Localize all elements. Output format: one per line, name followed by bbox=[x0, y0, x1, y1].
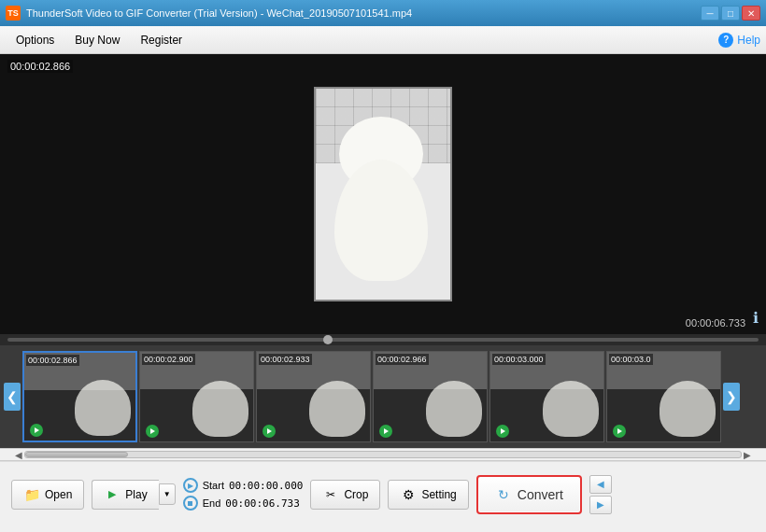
thumbnail-item-3[interactable]: 00:00:02.966 bbox=[373, 351, 488, 442]
thumbnail-strip: ❮ 00:00:02.866 00:00:02.900 00:00:02.933… bbox=[0, 345, 766, 448]
seekbar-area bbox=[0, 334, 766, 345]
folder-icon: 📁 bbox=[23, 486, 40, 503]
thumbnail-item-4[interactable]: 00:00:03.000 bbox=[489, 351, 604, 442]
convert-button[interactable]: ↻ Convert bbox=[476, 475, 582, 514]
thumb-dog-1 bbox=[192, 381, 248, 437]
close-button[interactable]: ✕ bbox=[742, 6, 760, 21]
menu-bar: Options Buy Now Register ? Help bbox=[0, 26, 766, 54]
menu-register[interactable]: Register bbox=[130, 30, 192, 50]
thumb-dog-2 bbox=[309, 381, 365, 437]
thumb-play-icon-3 bbox=[379, 425, 392, 438]
scroll-area: ◀ ▶ bbox=[0, 448, 766, 461]
video-preview: 00:00:02.866 00:00:06.733 ℹ bbox=[0, 54, 766, 334]
thumb-play-icon-2 bbox=[262, 425, 276, 438]
start-label: Start bbox=[203, 480, 224, 491]
crop-button[interactable]: ✂ Crop bbox=[310, 480, 380, 510]
video-content bbox=[0, 54, 766, 334]
play-label: Play bbox=[125, 488, 147, 501]
help-area: ? Help bbox=[718, 33, 760, 48]
thumbnail-item-0[interactable]: 00:00:02.866 bbox=[22, 351, 137, 442]
next-frame-button[interactable]: ▶ bbox=[589, 496, 612, 514]
prev-frame-button[interactable]: ◀ bbox=[589, 475, 612, 494]
thumb-time-0: 00:00:02.866 bbox=[26, 355, 79, 366]
start-time-row: ▶ Start 00:00:00.000 bbox=[183, 478, 304, 493]
start-icon: ▶ bbox=[183, 478, 198, 493]
setting-button[interactable]: ⚙ Setting bbox=[388, 480, 468, 510]
help-icon: ? bbox=[718, 33, 733, 48]
time-area: ▶ Start 00:00:00.000 ⏹ End 00:00:06.733 bbox=[183, 478, 304, 511]
open-button[interactable]: 📁 Open bbox=[11, 480, 84, 510]
menu-options[interactable]: Options bbox=[6, 30, 64, 50]
gear-icon: ⚙ bbox=[400, 486, 417, 503]
end-icon: ⏹ bbox=[183, 496, 198, 511]
convert-icon: ↻ bbox=[495, 486, 512, 503]
title-bar: TS ThunderSoft Video to GIF Converter (T… bbox=[0, 0, 766, 26]
thumbnail-item-5[interactable]: 00:00:03.0 bbox=[606, 351, 721, 442]
scroll-thumb[interactable] bbox=[25, 452, 128, 457]
thumb-time-1: 00:00:02.900 bbox=[142, 354, 195, 365]
thumbnail-item-2[interactable]: 00:00:02.933 bbox=[256, 351, 371, 442]
end-time-value: 00:00:06.733 bbox=[225, 497, 299, 510]
thumb-play-icon-5 bbox=[613, 425, 626, 438]
crop-icon: ✂ bbox=[322, 486, 339, 503]
thumb-dog-0 bbox=[75, 380, 131, 436]
crop-label: Crop bbox=[344, 488, 368, 501]
end-time-row: ⏹ End 00:00:06.733 bbox=[183, 496, 304, 511]
help-label[interactable]: Help bbox=[737, 34, 760, 47]
open-label: Open bbox=[45, 488, 72, 501]
strip-nav-left[interactable]: ❮ bbox=[4, 383, 21, 411]
thumb-dog-5 bbox=[660, 381, 716, 437]
thumb-time-2: 00:00:02.933 bbox=[259, 354, 312, 365]
thumb-time-5: 00:00:03.0 bbox=[609, 354, 653, 365]
window-controls: ─ □ ✕ bbox=[701, 6, 760, 21]
window-title: ThunderSoft Video to GIF Converter (Tria… bbox=[26, 7, 701, 19]
play-group: ▶ Play ▼ bbox=[92, 480, 175, 510]
minimize-button[interactable]: ─ bbox=[701, 6, 719, 21]
video-timestamp: 00:00:02.866 bbox=[7, 60, 73, 73]
scroll-track[interactable] bbox=[24, 451, 742, 458]
menu-buy-now[interactable]: Buy Now bbox=[64, 30, 130, 50]
play-dropdown-button[interactable]: ▼ bbox=[159, 483, 176, 505]
play-button[interactable]: ▶ Play bbox=[92, 480, 158, 510]
app-icon: TS bbox=[6, 6, 21, 21]
play-icon: ▶ bbox=[104, 486, 121, 503]
thumb-dog-3 bbox=[426, 381, 482, 437]
video-total-time: 00:00:06.733 bbox=[686, 317, 745, 329]
setting-label: Setting bbox=[421, 488, 456, 501]
convert-label: Convert bbox=[518, 487, 563, 502]
info-icon[interactable]: ℹ bbox=[753, 309, 759, 327]
thumb-time-4: 00:00:03.000 bbox=[492, 354, 546, 365]
thumb-play-icon-0 bbox=[30, 424, 43, 437]
bottom-controls: 📁 Open ▶ Play ▼ ▶ Start 00:00:00.000 ⏹ E… bbox=[0, 461, 766, 526]
scroll-left-arrow[interactable]: ◀ bbox=[13, 449, 24, 460]
seekbar-thumb[interactable] bbox=[323, 335, 333, 344]
seekbar-track[interactable] bbox=[7, 338, 759, 342]
scroll-right-arrow[interactable]: ▶ bbox=[742, 449, 753, 460]
start-time-value: 00:00:00.000 bbox=[229, 480, 303, 492]
thumb-time-3: 00:00:02.966 bbox=[376, 354, 429, 365]
end-label: End bbox=[203, 497, 221, 509]
video-frame bbox=[314, 87, 452, 301]
maximize-button[interactable]: □ bbox=[721, 6, 740, 21]
thumb-dog-4 bbox=[543, 381, 599, 437]
thumb-play-icon-4 bbox=[496, 425, 509, 438]
nav-buttons: ◀ ▶ bbox=[589, 475, 612, 514]
thumbnail-item-1[interactable]: 00:00:02.900 bbox=[139, 351, 254, 442]
thumb-play-icon-1 bbox=[146, 425, 159, 438]
strip-nav-right[interactable]: ❯ bbox=[723, 383, 740, 411]
